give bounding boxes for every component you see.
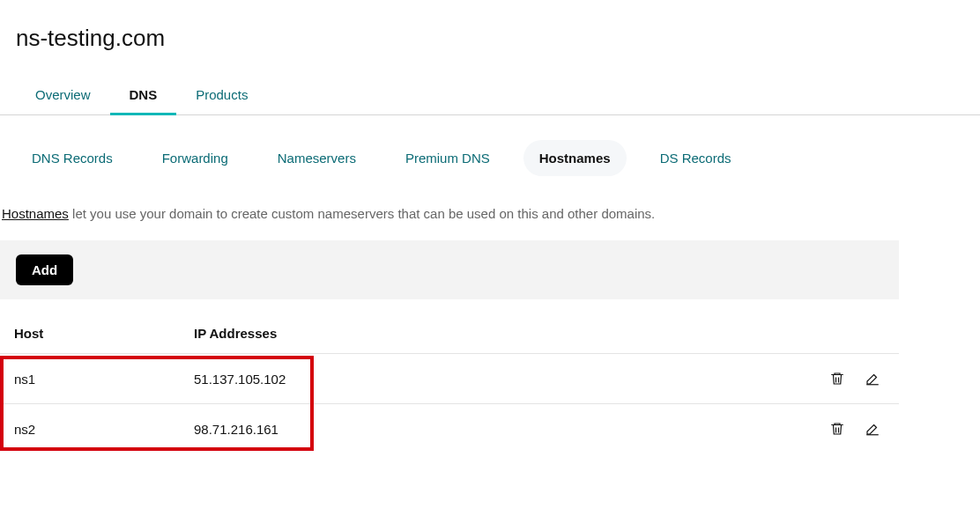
- hostnames-link[interactable]: Hostnames: [2, 206, 69, 221]
- main-tabs: Overview DNS Products: [0, 77, 980, 115]
- header-ip: IP Addresses: [194, 326, 740, 341]
- subtab-forwarding[interactable]: Forwarding: [146, 140, 244, 176]
- description-text: Hostnames let you use your domain to cre…: [0, 176, 980, 221]
- tab-dns[interactable]: DNS: [110, 77, 177, 114]
- cell-host: ns1: [0, 372, 194, 387]
- cell-ip: 98.71.216.161: [194, 422, 740, 437]
- subtab-ds-records[interactable]: DS Records: [644, 140, 747, 176]
- trash-icon[interactable]: [825, 416, 850, 441]
- hostnames-table: Host IP Addresses ns1 51.137.105.102 ns2…: [0, 326, 899, 453]
- add-bar: Add: [0, 240, 899, 299]
- subtab-premium-dns[interactable]: Premium DNS: [390, 140, 506, 176]
- subtab-nameservers[interactable]: Nameservers: [262, 140, 372, 176]
- edit-icon[interactable]: [860, 416, 885, 441]
- header-actions: [740, 326, 899, 341]
- page-title: ns-testing.com: [0, 0, 980, 52]
- header-host: Host: [0, 326, 194, 341]
- subtab-dns-records[interactable]: DNS Records: [16, 140, 129, 176]
- tab-overview[interactable]: Overview: [16, 77, 110, 114]
- sub-tabs: DNS Records Forwarding Nameservers Premi…: [0, 115, 980, 176]
- trash-icon[interactable]: [825, 366, 850, 391]
- cell-ip: 51.137.105.102: [194, 372, 740, 387]
- table-row: ns1 51.137.105.102: [0, 353, 899, 403]
- subtab-hostnames[interactable]: Hostnames: [523, 140, 627, 176]
- add-button[interactable]: Add: [16, 254, 73, 285]
- table-row: ns2 98.71.216.161: [0, 403, 899, 453]
- description-rest: let you use your domain to create custom…: [69, 206, 655, 221]
- tab-products[interactable]: Products: [176, 77, 267, 114]
- edit-icon[interactable]: [860, 366, 885, 391]
- table-header: Host IP Addresses: [0, 326, 899, 353]
- cell-host: ns2: [0, 422, 194, 437]
